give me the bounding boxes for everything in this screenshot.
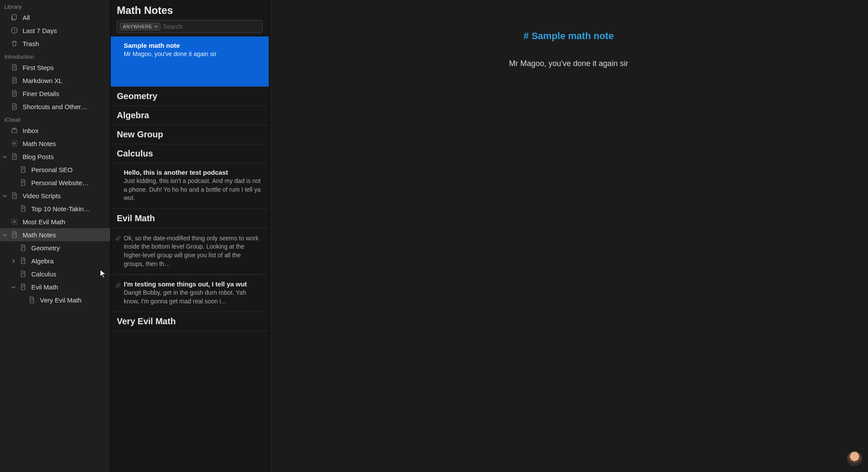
group-header-evilmath[interactable]: Evil Math	[111, 209, 269, 228]
sidebar-item-personal-seo[interactable]: Personal SEO	[0, 163, 110, 176]
sidebar-item-label: Inbox	[23, 127, 39, 134]
sidebar-item-finer-details[interactable]: Finer Details	[0, 87, 110, 100]
sidebar-item-math-notes-smart[interactable]: Math Notes	[0, 137, 110, 150]
paperclip-icon	[115, 282, 121, 288]
sidebar-item-label: First Steps	[23, 64, 54, 71]
chevron-down-icon[interactable]	[3, 155, 7, 159]
document-icon	[19, 257, 27, 265]
document-icon	[19, 244, 27, 252]
gear-icon	[10, 140, 18, 147]
gear-icon	[10, 218, 18, 226]
note-preview: Dangit Bobby, get in the gosh durn robot…	[124, 289, 262, 306]
section-header-library: Library	[0, 0, 110, 11]
clock-icon	[10, 27, 18, 34]
svg-point-3	[13, 221, 16, 223]
sidebar-item-very-evil-math[interactable]: Very Evil Math	[0, 293, 110, 306]
sidebar-item-label: Blog Posts	[23, 153, 54, 160]
group-header-algebra[interactable]: Algebra	[111, 106, 269, 125]
document-icon	[10, 63, 18, 71]
sidebar-item-label: Personal SEO	[31, 166, 73, 173]
document-icon	[10, 103, 18, 110]
sidebar-item-algebra[interactable]: Algebra	[0, 254, 110, 267]
sidebar-item-label: Last 7 Days	[23, 27, 57, 34]
note-card[interactable]: Hello, this is another test podcast Just…	[111, 163, 269, 209]
sidebar-item-math-notes[interactable]: Math Notes	[0, 228, 110, 241]
sidebar-item-video-scripts[interactable]: Video Scripts	[0, 189, 110, 202]
sidebar-item-label: Algebra	[31, 257, 54, 265]
chevron-down-icon[interactable]	[3, 194, 7, 198]
note-card[interactable]: I'm testing some things out, I tell ya w…	[111, 275, 269, 312]
chevron-down-icon[interactable]	[3, 233, 7, 237]
avatar[interactable]	[847, 451, 862, 466]
sidebar-item-label: Markdown XL	[23, 77, 63, 84]
sidebar-item-inbox[interactable]: Inbox	[0, 124, 110, 137]
sidebar-item-top10[interactable]: Top 10 Note-Takin…	[0, 202, 110, 215]
sidebar-item-trash[interactable]: Trash	[0, 37, 110, 50]
sidebar-item-shortcuts[interactable]: Shortcuts and Other…	[0, 100, 110, 113]
sidebar-item-label: Shortcuts and Other…	[23, 103, 87, 110]
document-icon	[10, 153, 18, 160]
search-input[interactable]	[163, 23, 260, 30]
sidebar-item-all[interactable]: All	[0, 11, 110, 24]
sidebar-item-blog-posts[interactable]: Blog Posts	[0, 150, 110, 163]
note-preview: Just kidding, this isn't a podcast. And …	[124, 177, 262, 203]
section-header-icloud: iCloud	[0, 113, 110, 124]
chevron-right-icon[interactable]	[11, 259, 16, 263]
search-box[interactable]: ANYWHERE	[117, 20, 263, 33]
sidebar-item-most-evil-math[interactable]: Most Evil Math	[0, 215, 110, 228]
sidebar-item-markdown-xl[interactable]: Markdown XL	[0, 74, 110, 87]
note-list-title: Math Notes	[111, 0, 269, 20]
sidebar-item-personal-website[interactable]: Personal Website…	[0, 176, 110, 189]
document-icon	[10, 231, 18, 239]
document-icon	[10, 90, 18, 97]
note-title: Hello, this is another test podcast	[124, 169, 262, 176]
group-header-geometry[interactable]: Geometry	[111, 87, 269, 106]
search-row: ANYWHERE	[111, 20, 269, 37]
sidebar-item-label: Math Notes	[23, 231, 56, 239]
sidebar-item-label: Geometry	[31, 244, 60, 252]
note-preview: Mr Magoo, you've done it again sir	[124, 50, 262, 59]
note-list: Math Notes ANYWHERE Sample math note Mr …	[111, 0, 269, 472]
inbox-icon	[10, 126, 18, 134]
search-scope-chip[interactable]: ANYWHERE	[120, 23, 161, 30]
chevron-down-icon	[154, 25, 158, 28]
sidebar-item-label: Evil Math	[31, 283, 58, 291]
sidebar-item-geometry[interactable]: Geometry	[0, 241, 110, 254]
sidebar-item-label: Personal Website…	[31, 179, 89, 186]
sidebar-item-label: Finer Details	[23, 90, 59, 97]
document-icon	[19, 179, 27, 186]
document-icon	[10, 76, 18, 84]
sidebar-item-label: Trash	[23, 40, 39, 47]
trash-icon	[10, 40, 18, 47]
group-header-calculus[interactable]: Calculus	[111, 144, 269, 163]
group-header-veryevilmath[interactable]: Very Evil Math	[111, 312, 269, 331]
document-heading[interactable]: # Sample math note	[408, 30, 729, 42]
note-card[interactable]: Sample math note Mr Magoo, you've done i…	[111, 37, 269, 87]
chevron-down-icon[interactable]	[11, 285, 16, 289]
app-root: Library All Last 7 Days Trash Introducti…	[0, 0, 868, 472]
document-body[interactable]: Mr Magoo, you've done it again sir	[509, 59, 628, 68]
paperclip-icon	[115, 235, 121, 241]
document-icon	[19, 270, 27, 278]
group-header-newgroup[interactable]: New Group	[111, 125, 269, 144]
sidebar-item-last7days[interactable]: Last 7 Days	[0, 24, 110, 37]
note-card[interactable]: Ok, so the date-modified thing only seem…	[111, 228, 269, 275]
sidebar-item-label: Video Scripts	[23, 192, 61, 199]
document-icon	[10, 192, 18, 199]
svg-point-2	[13, 143, 16, 145]
sidebar-item-first-steps[interactable]: First Steps	[0, 61, 110, 74]
note-title: I'm testing some things out, I tell ya w…	[124, 280, 262, 288]
sidebar-item-evil-math[interactable]: Evil Math	[0, 280, 110, 293]
sidebar-item-label: Top 10 Note-Takin…	[31, 205, 90, 213]
document-icon	[19, 166, 27, 173]
sidebar-item-calculus[interactable]: Calculus	[0, 267, 110, 280]
sidebar-item-label: Very Evil Math	[40, 296, 82, 304]
sidebar: Library All Last 7 Days Trash Introducti…	[0, 0, 111, 472]
document-icon	[19, 283, 27, 291]
section-header-introduction: Introduction	[0, 50, 110, 61]
stack-icon	[10, 13, 18, 21]
editor-pane[interactable]: # Sample math note Mr Magoo, you've done…	[269, 0, 868, 472]
sidebar-item-label: Calculus	[31, 270, 56, 278]
document-icon	[28, 296, 36, 304]
note-title: Sample math note	[124, 42, 262, 49]
